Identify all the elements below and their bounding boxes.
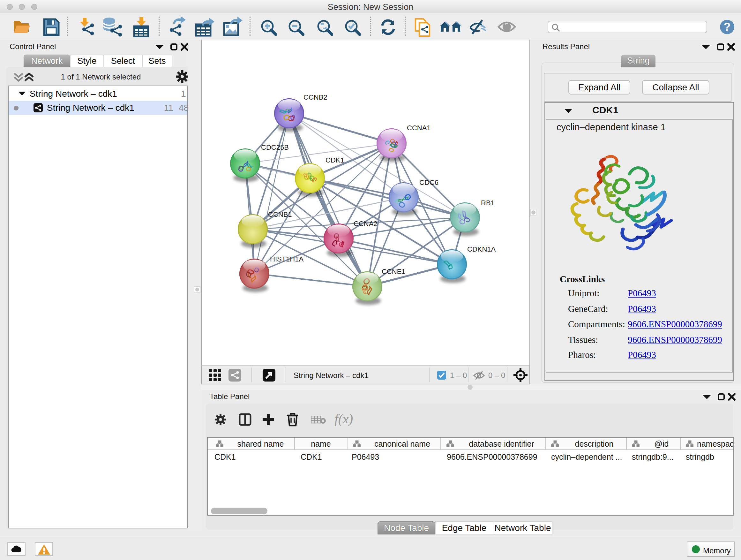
svg-text:RB1: RB1 (481, 199, 495, 207)
svg-text:HIST1H1A: HIST1H1A (270, 255, 304, 263)
svg-text:CDC25B: CDC25B (261, 143, 289, 151)
svg-text:CCNA1: CCNA1 (407, 124, 431, 132)
svg-text:CCNB2: CCNB2 (304, 93, 327, 101)
svg-text:CDKN1A: CDKN1A (467, 245, 496, 253)
svg-text:CCNE1: CCNE1 (382, 267, 406, 275)
svg-text:CCNB1: CCNB1 (268, 210, 292, 219)
svg-text:CDK1: CDK1 (326, 156, 344, 164)
svg-text:CCNA2: CCNA2 (354, 220, 378, 228)
svg-text:CDC6: CDC6 (419, 179, 439, 186)
